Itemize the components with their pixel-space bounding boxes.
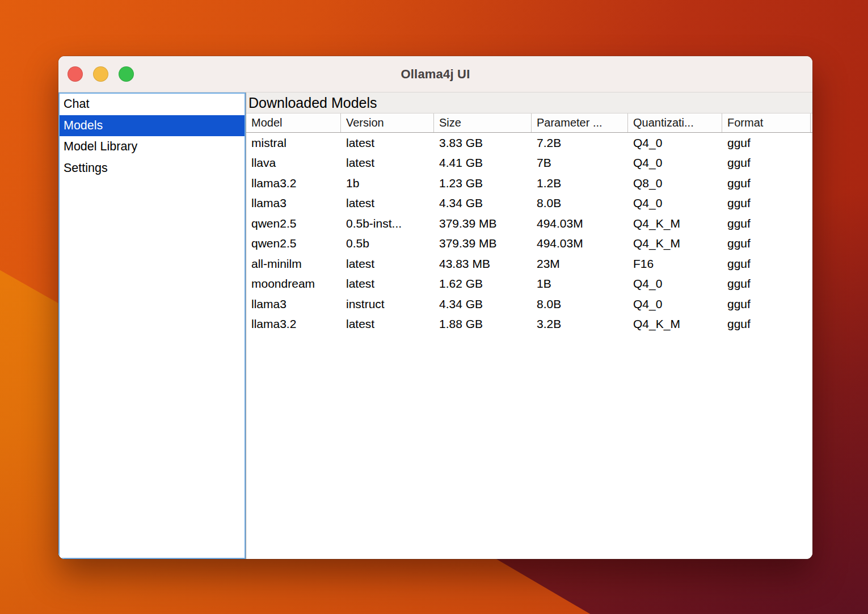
close-button[interactable]: [68, 66, 83, 82]
table-cell: latest: [341, 194, 434, 214]
table-cell: instruct: [341, 294, 434, 314]
table-cell: 3.83 GB: [434, 133, 532, 153]
table-cell-filler: [811, 153, 812, 174]
table-cell: latest: [341, 133, 434, 153]
table-cell: 1.88 GB: [434, 314, 532, 335]
table-cell: llava: [246, 153, 341, 174]
table-cell: 494.03M: [532, 234, 628, 254]
table-row[interactable]: mistrallatest3.83 GB7.2BQ4_0gguf: [246, 133, 812, 153]
table-cell: 4.34 GB: [434, 294, 532, 314]
table-cell: Q4_0: [628, 294, 722, 314]
table-cell: llama3.2: [246, 173, 341, 194]
column-header-version[interactable]: Version: [341, 113, 434, 132]
column-header-format[interactable]: Format: [722, 113, 811, 132]
column-header-filler: [811, 113, 812, 132]
titlebar[interactable]: Ollama4j UI: [58, 56, 812, 92]
table-cell: 379.39 MB: [434, 234, 532, 254]
table-cell-filler: [811, 194, 812, 214]
table-cell: 7.2B: [532, 133, 628, 153]
table-cell: llama3: [246, 194, 341, 214]
table-cell: 0.5b-inst...: [341, 213, 434, 234]
table-cell: 3.2B: [532, 314, 628, 335]
table-header: ModelVersionSizeParameter ...Quantizati.…: [246, 113, 812, 133]
table-cell: 1.23 GB: [434, 173, 532, 194]
table-cell: 7B: [532, 153, 628, 174]
table-row[interactable]: llama3instruct4.34 GB8.0BQ4_0gguf: [246, 294, 812, 314]
table-cell-filler: [811, 234, 812, 254]
window-controls: [68, 56, 134, 92]
column-header-model[interactable]: Model: [246, 113, 341, 132]
table-cell: latest: [341, 254, 434, 274]
sidebar-item-model-library[interactable]: Model Library: [60, 136, 245, 158]
table-cell: 379.39 MB: [434, 213, 532, 234]
app-window: Ollama4j UI ChatModelsModel LibrarySetti…: [58, 56, 812, 559]
window-content: ChatModelsModel LibrarySettings Download…: [58, 92, 812, 559]
table-body: mistrallatest3.83 GB7.2BQ4_0ggufllavalat…: [246, 133, 812, 559]
table-cell: llama3: [246, 294, 341, 314]
column-header-parameter[interactable]: Parameter ...: [532, 113, 628, 132]
table-cell-filler: [811, 254, 812, 274]
table-cell: Q4_0: [628, 194, 722, 214]
table-cell: 494.03M: [532, 213, 628, 234]
table-cell: gguf: [722, 194, 811, 214]
table-cell: gguf: [722, 133, 811, 153]
table-cell: Q4_K_M: [628, 234, 722, 254]
table-cell: gguf: [722, 173, 811, 194]
table-cell: Q4_0: [628, 274, 722, 295]
table-row[interactable]: llama3latest4.34 GB8.0BQ4_0gguf: [246, 194, 812, 214]
table-cell: 1b: [341, 173, 434, 194]
table-cell-filler: [811, 133, 812, 153]
table-cell-filler: [811, 294, 812, 314]
table-cell: moondream: [246, 274, 341, 295]
main-panel: Downloaded Models ModelVersionSizeParame…: [246, 92, 812, 559]
table-cell: Q4_K_M: [628, 213, 722, 234]
table-cell-filler: [811, 314, 812, 335]
table-row[interactable]: moondreamlatest1.62 GB1BQ4_0gguf: [246, 274, 812, 295]
table-row[interactable]: llavalatest4.41 GB7BQ4_0gguf: [246, 153, 812, 174]
table-cell: qwen2.5: [246, 234, 341, 254]
column-header-quantizati[interactable]: Quantizati...: [628, 113, 722, 132]
table-cell: gguf: [722, 153, 811, 174]
table-row[interactable]: qwen2.50.5b-inst...379.39 MB494.03MQ4_K_…: [246, 213, 812, 234]
desktop-wallpaper: Ollama4j UI ChatModelsModel LibrarySetti…: [0, 0, 868, 614]
table-cell: 1.62 GB: [434, 274, 532, 295]
table-cell: Q4_K_M: [628, 314, 722, 335]
table-cell: 1.2B: [532, 173, 628, 194]
table-cell: 0.5b: [341, 234, 434, 254]
column-header-size[interactable]: Size: [434, 113, 532, 132]
table-cell: gguf: [722, 274, 811, 295]
minimize-button[interactable]: [93, 66, 108, 82]
table-row[interactable]: all-minilmlatest43.83 MB23MF16gguf: [246, 254, 812, 274]
table-cell: Q4_0: [628, 133, 722, 153]
table-cell: F16: [628, 254, 722, 274]
table-row[interactable]: llama3.2latest1.88 GB3.2BQ4_K_Mgguf: [246, 314, 812, 335]
table-cell: all-minilm: [246, 254, 341, 274]
panel-title: Downloaded Models: [246, 92, 812, 113]
table-cell: Q4_0: [628, 153, 722, 174]
table-cell: latest: [341, 274, 434, 295]
table-cell: 8.0B: [532, 294, 628, 314]
table-cell: Q8_0: [628, 173, 722, 194]
table-cell: gguf: [722, 254, 811, 274]
table-cell: gguf: [722, 234, 811, 254]
table-cell: 1B: [532, 274, 628, 295]
table-row[interactable]: qwen2.50.5b379.39 MB494.03MQ4_K_Mgguf: [246, 234, 812, 254]
sidebar-item-models[interactable]: Models: [60, 115, 245, 137]
table-cell-filler: [811, 173, 812, 194]
table-cell-filler: [811, 213, 812, 234]
table-cell: mistral: [246, 133, 341, 153]
table-cell: llama3.2: [246, 314, 341, 335]
zoom-button[interactable]: [119, 66, 134, 82]
table-cell: 4.41 GB: [434, 153, 532, 174]
table-cell: gguf: [722, 314, 811, 335]
table-cell: latest: [341, 314, 434, 335]
sidebar-nav: ChatModelsModel LibrarySettings: [58, 92, 246, 559]
sidebar-item-chat[interactable]: Chat: [60, 94, 245, 115]
table-row[interactable]: llama3.21b1.23 GB1.2BQ8_0gguf: [246, 173, 812, 194]
table-cell: 4.34 GB: [434, 194, 532, 214]
table-cell: 43.83 MB: [434, 254, 532, 274]
table-cell: latest: [341, 153, 434, 174]
table-cell: qwen2.5: [246, 213, 341, 234]
table-cell: 23M: [532, 254, 628, 274]
sidebar-item-settings[interactable]: Settings: [60, 158, 245, 179]
